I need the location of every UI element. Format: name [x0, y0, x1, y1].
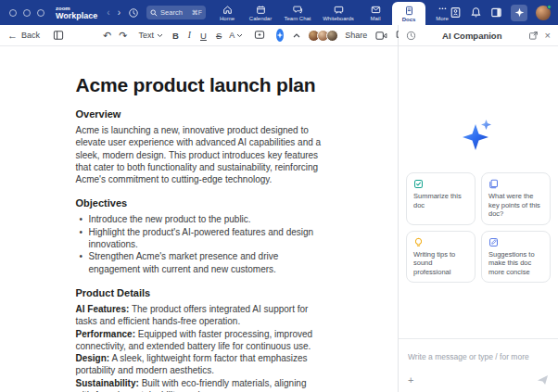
tab-whiteboards[interactable]: Whiteboards [318, 0, 359, 25]
doc-outline-icon[interactable] [53, 30, 64, 41]
bold-button[interactable]: B [172, 31, 179, 41]
whiteboards-icon [334, 5, 344, 15]
attach-plus-button[interactable]: + [408, 375, 413, 386]
comment-button[interactable] [254, 30, 265, 41]
window-minimize-button[interactable] [23, 9, 31, 17]
objectives-list: Introduce the new product to the public.… [80, 213, 323, 274]
calendar-icon [256, 5, 266, 15]
redo-button[interactable]: ↷ [119, 30, 127, 42]
suggestion-card-key-points[interactable]: What were the key points of this doc? [481, 172, 551, 225]
ai-companion-panel: AI Companion × [399, 25, 558, 392]
ai-message-composer: + [399, 338, 558, 392]
chevron-up-icon [293, 33, 300, 38]
global-search[interactable]: ⌘F [146, 6, 206, 19]
history-back-button[interactable]: ‹ [107, 7, 109, 18]
more-dots-icon [438, 5, 448, 15]
tab-docs-active[interactable]: Docs [392, 2, 425, 25]
side-panel-toggle-icon[interactable] [490, 6, 502, 19]
ai-companion-toggle-button[interactable] [511, 5, 527, 21]
ai-companion-button[interactable] [276, 29, 284, 42]
logo-zoom-text: zoom [56, 6, 97, 11]
notifications-bell-icon[interactable] [470, 6, 482, 19]
suggestion-card-concise[interactable]: Suggestions to make this doc more concis… [481, 231, 551, 284]
mail-icon [371, 5, 381, 15]
product-details-heading: Product Details [76, 287, 323, 298]
search-shortcut: ⌘F [192, 9, 202, 17]
underline-button[interactable]: U [200, 31, 207, 41]
tab-home[interactable]: Home [210, 0, 244, 25]
italic-button[interactable]: I [188, 31, 191, 40]
zoom-workplace-window: zoom Workplace ‹ › ⌘F Home Calendar [0, 0, 558, 392]
collaborator-avatar [326, 30, 338, 42]
tab-mail[interactable]: Mail [359, 0, 392, 25]
summarize-doc-icon [413, 179, 424, 189]
open-in-window-icon[interactable] [528, 31, 539, 41]
ai-suggestion-cards: Summarize this doc What were the key poi… [406, 172, 551, 283]
window-close-button[interactable] [9, 9, 17, 17]
send-message-button[interactable] [537, 374, 549, 386]
document-pane: ← Back ↶ ↷ Text B I U S A [0, 25, 399, 392]
window-controls[interactable] [9, 9, 44, 17]
home-icon [222, 5, 233, 15]
user-avatar[interactable] [536, 6, 551, 20]
recents-clock-icon[interactable] [128, 7, 139, 19]
undo-button[interactable]: ↶ [103, 30, 111, 42]
objective-item: Introduce the new product to the public. [80, 213, 323, 225]
product-detail-item: Sustainability: Built with eco-friendly … [76, 377, 323, 392]
product-detail-item: AI Features: The product offers integrat… [76, 303, 323, 328]
logo-workplace-text: Workplace [56, 12, 97, 20]
search-input[interactable] [160, 8, 189, 17]
app-tabs: Home Calendar Team Chat Whiteboards Mail… [210, 0, 459, 25]
edit-doc-icon [488, 237, 499, 247]
video-meeting-button[interactable] [375, 31, 387, 41]
team-chat-icon [293, 5, 303, 15]
lightbulb-icon [413, 237, 424, 247]
objectives-heading: Objectives [76, 197, 323, 209]
zoom-workplace-logo: zoom Workplace [56, 6, 97, 20]
close-panel-icon[interactable]: × [545, 31, 551, 41]
ai-panel-header: AI Companion × [399, 25, 558, 46]
objective-item: Strengthen Acme's market presence and dr… [80, 250, 323, 275]
share-button[interactable]: Share [345, 31, 367, 40]
tab-calendar[interactable]: Calendar [244, 0, 277, 25]
history-forward-button[interactable]: › [118, 7, 120, 18]
collapse-toolbar-button[interactable] [293, 33, 300, 38]
send-plane-icon [537, 374, 549, 386]
text-color-dropdown[interactable]: A [229, 31, 243, 40]
top-bar: zoom Workplace ‹ › ⌘F Home Calendar [0, 0, 558, 25]
chevron-down-icon [236, 33, 243, 38]
document-canvas[interactable]: Acme product launch plan Overview Acme i… [0, 46, 398, 392]
document-toolbar: ← Back ↶ ↷ Text B I U S A [0, 25, 398, 46]
product-detail-item: Performance: Equipped with faster proces… [76, 328, 323, 353]
suggestion-card-writing-tips[interactable]: Writing tips to sound professional [406, 231, 476, 284]
doc-title: Acme product launch plan [76, 74, 323, 96]
key-points-icon [488, 179, 499, 189]
overview-heading: Overview [76, 108, 323, 120]
strikethrough-button[interactable]: S [216, 31, 222, 41]
objective-item: Highlight the product's AI-powered featu… [80, 226, 323, 251]
text-style-dropdown[interactable]: Text [138, 31, 163, 40]
back-arrow-icon: ← [7, 30, 18, 41]
product-detail-item: Design: A sleek, lightweight form factor… [76, 352, 323, 377]
collaborator-avatars[interactable] [308, 30, 338, 42]
back-button[interactable]: ← Back [7, 30, 40, 41]
ai-sparkle-icon [514, 7, 525, 18]
docs-icon [404, 6, 414, 16]
window-zoom-button[interactable] [37, 9, 44, 17]
ai-panel-title: AI Companion [416, 31, 528, 41]
conversation-history-icon[interactable] [406, 31, 416, 41]
search-icon [150, 9, 158, 17]
ai-companion-logo [460, 119, 497, 152]
chevron-down-icon [157, 33, 163, 38]
tab-team-chat[interactable]: Team Chat [277, 0, 318, 25]
overview-paragraph: Acme is launching a new, innovative prod… [76, 124, 323, 185]
suggestion-card-summarize[interactable]: Summarize this doc [406, 172, 476, 225]
ai-sparkle-icon [276, 32, 284, 39]
presence-status-dot [547, 5, 552, 9]
ai-message-input[interactable] [408, 352, 549, 361]
contacts-icon[interactable] [450, 6, 462, 19]
